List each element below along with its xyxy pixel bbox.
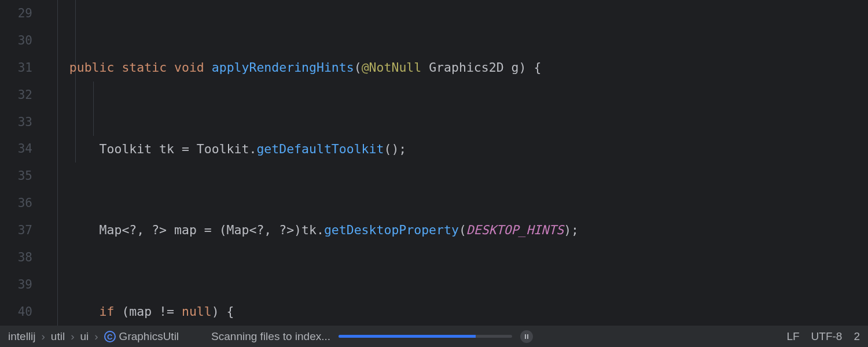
line-number[interactable]: 32	[0, 82, 32, 109]
line-number[interactable]: 38	[0, 244, 32, 271]
breadcrumb-item[interactable]: intellij	[8, 330, 36, 343]
chevron-right-icon: ›	[42, 330, 45, 343]
status-right: LF UTF-8 2	[786, 330, 860, 343]
breadcrumb-item[interactable]: util	[51, 330, 65, 343]
line-separator[interactable]: LF	[786, 330, 799, 343]
indexing-progress[interactable]	[339, 335, 512, 338]
line-number[interactable]: 29	[0, 0, 32, 27]
chevron-right-icon: ›	[71, 330, 74, 343]
code-content[interactable]: public static void applyRenderingHints(@…	[39, 0, 868, 326]
line-number[interactable]: 39	[0, 271, 32, 298]
code-line[interactable]: Toolkit tk = Toolkit.getDefaultToolkit()…	[39, 136, 868, 163]
breadcrumb-item[interactable]: ui	[80, 330, 89, 343]
chevron-right-icon: ›	[94, 330, 98, 343]
line-number[interactable]: 35	[0, 163, 32, 190]
progress-fill	[339, 335, 476, 338]
line-number[interactable]: 36	[0, 190, 32, 217]
indexing-status[interactable]: Scanning files to index...	[211, 330, 330, 343]
code-area[interactable]: public static void applyRenderingHints(@…	[39, 0, 868, 326]
pause-icon	[525, 334, 528, 339]
status-bar: intellij › util › ui › CGraphicsUtil Sca…	[0, 326, 868, 347]
status-trailing[interactable]: 2	[854, 330, 860, 343]
file-encoding[interactable]: UTF-8	[811, 330, 843, 343]
line-number[interactable]: 33	[0, 109, 32, 136]
class-icon: C	[104, 331, 116, 342]
breadcrumb-item-class[interactable]: CGraphicsUtil	[104, 330, 179, 343]
line-number[interactable]: 31	[0, 54, 32, 82]
line-number[interactable]: 30	[0, 27, 32, 54]
line-number[interactable]: 37	[0, 217, 32, 244]
pause-button[interactable]	[520, 330, 533, 343]
line-gutter: 29 30 31 32 33 34 35 36 37 38 39 40	[0, 0, 39, 326]
code-line[interactable]: Map<?, ?> map = (Map<?, ?>)tk.getDesktop…	[39, 217, 868, 244]
code-line[interactable]: if (map != null) {	[39, 298, 868, 326]
code-line[interactable]: public static void applyRenderingHints(@…	[39, 54, 868, 82]
editor-area[interactable]: 29 30 31 32 33 34 35 36 37 38 39 40 publ…	[0, 0, 868, 326]
line-number[interactable]: 34	[0, 135, 32, 163]
breadcrumb: intellij › util › ui › CGraphicsUtil	[8, 330, 179, 343]
line-number[interactable]: 40	[0, 298, 32, 326]
